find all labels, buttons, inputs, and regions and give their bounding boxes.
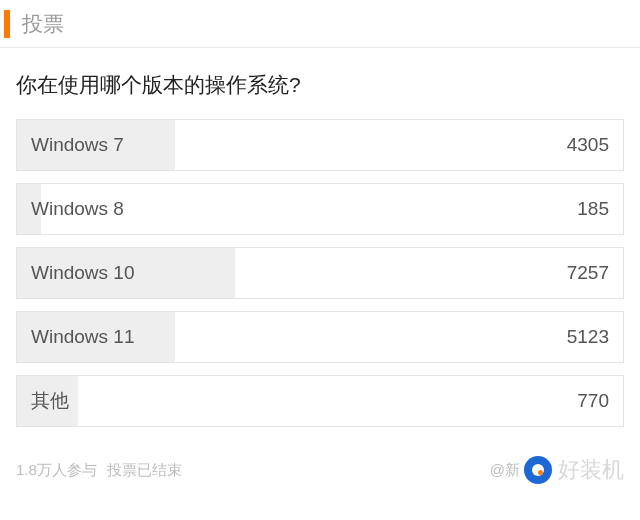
poll-option-label: Windows 10: [31, 248, 135, 298]
poll-status: 投票已结束: [107, 461, 182, 478]
poll-option[interactable]: Windows 7 4305: [16, 119, 624, 171]
watermark-text: 好装机: [558, 455, 624, 485]
poll-option[interactable]: Windows 10 7257: [16, 247, 624, 299]
poll-option-count: 770: [577, 376, 609, 426]
poll-option[interactable]: 其他 770: [16, 375, 624, 427]
poll-option-count: 185: [577, 184, 609, 234]
source-prefix: @新: [490, 461, 520, 480]
poll-option[interactable]: Windows 11 5123: [16, 311, 624, 363]
poll-option-label: Windows 8: [31, 184, 124, 234]
eye-inner: [532, 464, 544, 476]
poll-option-label: 其他: [31, 376, 69, 426]
poll-header: 投票: [0, 0, 640, 48]
poll-option-label: Windows 7: [31, 120, 124, 170]
eye-icon: [524, 456, 552, 484]
poll-content: 你在使用哪个版本的操作系统? Windows 7 4305 Windows 8 …: [0, 48, 640, 449]
accent-bar: [4, 10, 10, 38]
poll-option-count: 5123: [567, 312, 609, 362]
eye-dot: [538, 470, 543, 475]
poll-option-label: Windows 11: [31, 312, 135, 362]
poll-option-count: 4305: [567, 120, 609, 170]
poll-option[interactable]: Windows 8 185: [16, 183, 624, 235]
footer-source: @新 好装机: [490, 455, 624, 485]
poll-footer: 1.8万人参与 投票已结束 @新 好装机: [0, 449, 640, 491]
header-title: 投票: [22, 10, 64, 38]
footer-status: 1.8万人参与 投票已结束: [16, 461, 188, 480]
poll-option-count: 7257: [567, 248, 609, 298]
poll-question: 你在使用哪个版本的操作系统?: [16, 70, 624, 99]
participant-count: 1.8万人参与: [16, 461, 97, 478]
